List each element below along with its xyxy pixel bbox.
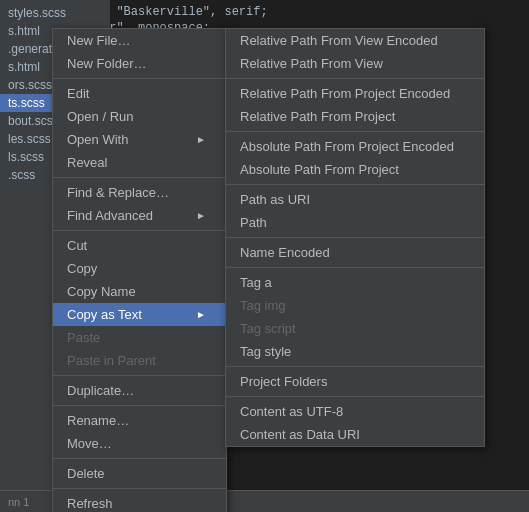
menu-separator	[226, 237, 484, 238]
menu-separator	[226, 131, 484, 132]
menu-item-new-file[interactable]: New File…	[53, 29, 226, 52]
sub-menu-item-absolute-path-project-encoded[interactable]: Absolute Path From Project Encoded	[226, 135, 484, 158]
sub-menu-item-content-utf8[interactable]: Content as UTF-8	[226, 400, 484, 423]
sub-menu-item-tag-img[interactable]: Tag img	[226, 294, 484, 317]
menu-item-cut[interactable]: Cut	[53, 234, 226, 257]
menu-item-delete[interactable]: Delete	[53, 462, 226, 485]
menu-item-find-advanced[interactable]: Find Advanced ►	[53, 204, 226, 227]
menu-separator	[226, 184, 484, 185]
menu-separator	[53, 375, 226, 376]
submenu-arrow-icon: ►	[196, 309, 206, 320]
sub-menu-item-tag-a[interactable]: Tag a	[226, 271, 484, 294]
bottom-bar-label: nn 1	[8, 496, 29, 508]
menu-separator	[226, 267, 484, 268]
menu-separator	[53, 405, 226, 406]
menu-separator	[53, 78, 226, 79]
menu-separator	[53, 458, 226, 459]
menu-separator	[226, 396, 484, 397]
menu-separator	[226, 366, 484, 367]
sub-menu-item-project-folders[interactable]: Project Folders	[226, 370, 484, 393]
context-menu: New File… New Folder… Edit Open / Run Op…	[52, 28, 227, 512]
menu-item-paste-in-parent[interactable]: Paste in Parent	[53, 349, 226, 372]
menu-item-copy[interactable]: Copy	[53, 257, 226, 280]
sub-menu-item-relative-path-project-encoded[interactable]: Relative Path From Project Encoded	[226, 82, 484, 105]
menu-item-edit[interactable]: Edit	[53, 82, 226, 105]
submenu-arrow-icon: ►	[196, 134, 206, 145]
menu-separator	[53, 177, 226, 178]
menu-item-new-folder[interactable]: New Folder…	[53, 52, 226, 75]
menu-item-open-run[interactable]: Open / Run	[53, 105, 226, 128]
menu-item-duplicate[interactable]: Duplicate…	[53, 379, 226, 402]
sub-menu-item-name-encoded[interactable]: Name Encoded	[226, 241, 484, 264]
menu-item-move[interactable]: Move…	[53, 432, 226, 455]
menu-item-paste[interactable]: Paste	[53, 326, 226, 349]
sub-menu-item-relative-path-view-encoded[interactable]: Relative Path From View Encoded	[226, 29, 484, 52]
sub-menu-item-content-data-uri[interactable]: Content as Data URI	[226, 423, 484, 446]
sub-menu: Relative Path From View Encoded Relative…	[225, 28, 485, 447]
menu-separator	[226, 78, 484, 79]
sub-menu-item-path[interactable]: Path	[226, 211, 484, 234]
submenu-arrow-icon: ►	[196, 210, 206, 221]
menu-separator	[53, 230, 226, 231]
sub-menu-item-relative-path-project[interactable]: Relative Path From Project	[226, 105, 484, 128]
sub-menu-item-absolute-path-project[interactable]: Absolute Path From Project	[226, 158, 484, 181]
menu-item-rename[interactable]: Rename…	[53, 409, 226, 432]
sub-menu-item-relative-path-view[interactable]: Relative Path From View	[226, 52, 484, 75]
menu-item-reveal[interactable]: Reveal	[53, 151, 226, 174]
sub-menu-item-path-uri[interactable]: Path as URI	[226, 188, 484, 211]
menu-separator	[53, 488, 226, 489]
sub-menu-item-tag-style[interactable]: Tag style	[226, 340, 484, 363]
menu-item-find-replace[interactable]: Find & Replace…	[53, 181, 226, 204]
sub-menu-item-tag-script[interactable]: Tag script	[226, 317, 484, 340]
sidebar-item[interactable]: styles.scss	[0, 4, 110, 22]
menu-item-open-with[interactable]: Open With ►	[53, 128, 226, 151]
menu-item-copy-as-text[interactable]: Copy as Text ►	[53, 303, 226, 326]
menu-item-refresh[interactable]: Refresh	[53, 492, 226, 512]
menu-item-copy-name[interactable]: Copy Name	[53, 280, 226, 303]
